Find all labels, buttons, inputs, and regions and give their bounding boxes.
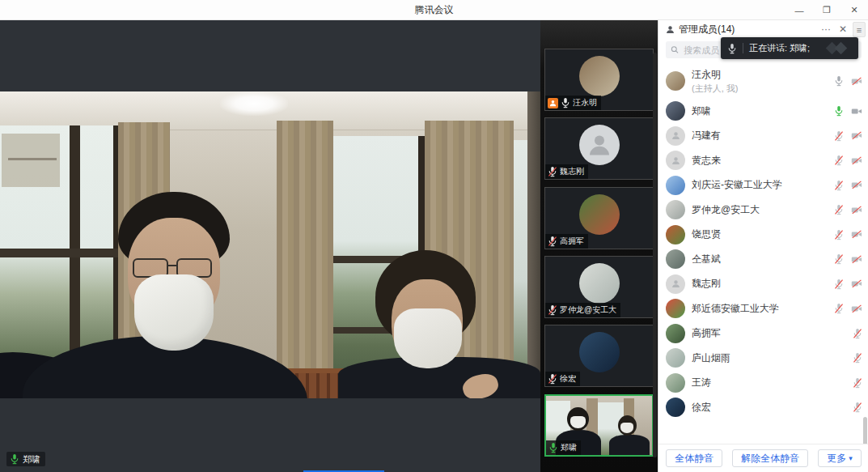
member-list-item[interactable]: 庐山烟雨 — [658, 346, 868, 371]
mic-status-icon — [834, 180, 844, 191]
mic-status-icon — [548, 166, 557, 177]
member-list-item[interactable]: 徐宏 — [658, 395, 868, 420]
member-avatar — [666, 398, 685, 417]
member-list-item[interactable]: 王涛 — [658, 371, 868, 396]
mic-status-icon — [548, 373, 557, 385]
video-thumbnail[interactable]: 徐宏 — [544, 325, 654, 387]
speaker-name-label: 郑啸 — [6, 452, 45, 466]
member-avatar — [666, 151, 685, 170]
member-avatar — [666, 299, 685, 318]
member-list-item[interactable]: 高拥军 — [658, 321, 868, 347]
video-thumbnail[interactable]: 郑啸 — [544, 394, 654, 457]
mic-status-icon — [834, 155, 844, 166]
unmute-all-button[interactable]: 解除全体静音 — [732, 449, 808, 467]
member-list-item[interactable]: 汪永明 (主持人, 我) — [658, 63, 868, 99]
speaker-video-feed — [0, 91, 540, 398]
camera-status-icon — [851, 279, 862, 288]
mic-status-icon — [834, 253, 844, 265]
room-wall-edge — [527, 91, 540, 398]
member-avatar — [666, 274, 685, 294]
member-avatar — [666, 225, 685, 245]
member-avatar — [666, 71, 685, 91]
thumbnail-name-label: 郑啸 — [546, 440, 581, 455]
member-list-item[interactable]: 魏志刚 — [658, 272, 868, 297]
thumbnail-name-label: 魏志刚 — [545, 164, 588, 179]
member-name: 汪永明 — [692, 68, 738, 82]
mic-status-icon — [548, 442, 558, 453]
member-list-item[interactable]: 仝基斌 — [658, 247, 868, 272]
member-list-item[interactable]: 冯建有 — [658, 124, 868, 149]
member-avatar — [666, 126, 685, 146]
participant-name: 高拥军 — [560, 236, 584, 247]
mic-status-icon — [561, 97, 570, 108]
member-list-item[interactable]: 饶思贤 — [658, 223, 868, 248]
member-list-item[interactable]: 黄志来 — [658, 148, 868, 173]
camera-status-icon — [851, 230, 862, 239]
camera-status-icon — [851, 181, 862, 189]
mic-status-icon — [548, 304, 557, 316]
member-avatar — [666, 200, 685, 219]
panel-more-icon[interactable]: ··· — [817, 20, 835, 39]
speaking-toast-text: 正在讲话: 郑啸; — [749, 42, 810, 54]
member-name: 刘庆运-安徽工业大学 — [692, 178, 782, 192]
panel-menu-icon[interactable]: ≡ — [853, 22, 866, 37]
panel-close-icon[interactable]: ✕ — [835, 20, 851, 39]
maximize-button[interactable]: ❐ — [813, 0, 840, 20]
minimize-button[interactable]: — — [785, 0, 813, 20]
member-list-item[interactable]: 刘庆运-安徽工业大学 — [658, 173, 868, 198]
mute-all-button[interactable]: 全体静音 — [666, 449, 722, 467]
member-name: 徐宏 — [692, 401, 711, 415]
main-video-stage[interactable]: 郑啸 — [0, 20, 540, 472]
member-avatar — [666, 249, 685, 269]
member-name: 高拥军 — [692, 326, 721, 340]
participant-name: 魏志刚 — [560, 166, 584, 177]
member-avatar — [666, 348, 685, 368]
person-left-face-mask — [134, 274, 214, 351]
video-thumbnail[interactable]: 魏志刚 — [544, 117, 654, 180]
camera-status-icon — [851, 107, 862, 116]
camera-status-icon — [851, 156, 862, 165]
room-curtain — [277, 121, 333, 398]
member-list-item[interactable]: 郑近德安徽工业大学 — [658, 296, 868, 321]
chevron-down-icon: ▾ — [849, 454, 853, 462]
participant-avatar — [579, 194, 620, 235]
participant-avatar — [579, 263, 620, 304]
person-right-face-mask — [394, 308, 462, 368]
mic-status-icon — [834, 204, 844, 215]
video-thumbnail[interactable]: 高拥军 — [544, 187, 654, 249]
member-avatar — [666, 176, 685, 195]
mic-status-icon — [853, 377, 862, 389]
thumbnail-name-label: 罗仲龙@安工大 — [545, 303, 620, 317]
mic-speaking-icon — [10, 453, 19, 465]
video-thumbnail[interactable]: 罗仲龙@安工大 — [544, 256, 654, 318]
participant-avatar — [579, 56, 620, 96]
mic-status-icon — [548, 236, 557, 247]
video-thumbnail[interactable]: 汪永明 — [544, 49, 654, 111]
member-list-item[interactable]: 郑啸 — [658, 99, 868, 124]
mic-status-icon — [853, 328, 862, 339]
member-avatar — [666, 101, 685, 121]
member-name: 郑啸 — [692, 104, 711, 118]
member-role-subtitle: (主持人, 我) — [692, 83, 738, 95]
member-name: 冯建有 — [692, 129, 721, 142]
mic-status-icon — [834, 75, 844, 87]
mic-status-icon — [834, 229, 844, 240]
thumbnail-scrollbar[interactable] — [653, 53, 657, 457]
more-button[interactable]: 更多▾ — [818, 449, 862, 467]
window-title: 腾讯会议 — [415, 3, 454, 17]
member-name: 庐山烟雨 — [692, 351, 730, 365]
close-button[interactable]: ✕ — [840, 0, 868, 20]
member-avatar — [666, 324, 685, 343]
mic-status-icon — [834, 279, 844, 290]
camera-status-icon — [851, 206, 862, 215]
participant-thumbnail-strip: 汪永明 魏志刚 高拥军 — [540, 20, 658, 472]
member-list-item[interactable]: 罗仲龙@安工大 — [658, 198, 868, 223]
meeting-logo-watermark — [826, 41, 853, 56]
mic-status-icon — [834, 130, 844, 142]
mic-status-icon — [853, 352, 862, 364]
participant-name: 罗仲龙@安工大 — [560, 304, 616, 316]
member-avatar — [666, 373, 685, 393]
mic-status-icon — [834, 303, 844, 314]
member-name: 饶思贤 — [692, 227, 721, 241]
panel-title: 管理成员(14) — [679, 23, 735, 36]
